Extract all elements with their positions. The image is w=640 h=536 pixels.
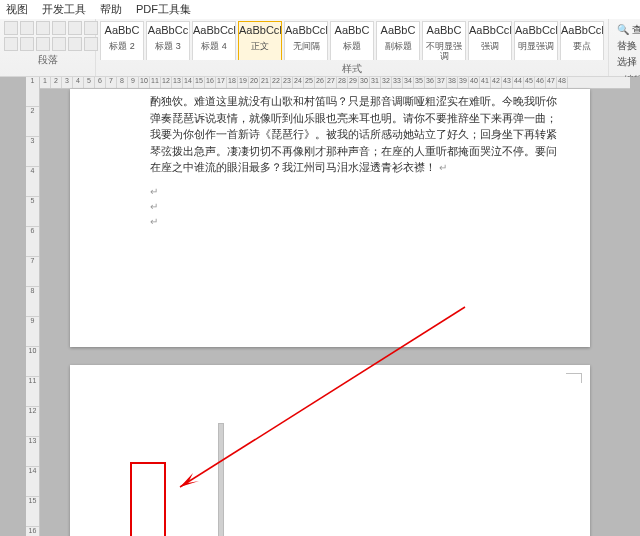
style-preview: AaBbCcD (515, 24, 557, 42)
style-name: 无间隔 (285, 42, 327, 52)
style-preview: AaBbCcD (469, 24, 511, 42)
paragraph-mark-icon: ↵ (150, 184, 560, 199)
style-name: 标题 2 (101, 42, 143, 52)
document-canvas: 12345678910111213141516 1234567891011121… (0, 77, 640, 536)
style-swatch[interactable]: AaBbC标题 2 (100, 21, 144, 60)
style-name: 强调 (469, 42, 511, 52)
style-swatch[interactable]: AaBbC副标题 (376, 21, 420, 60)
paragraph-label: 段落 (4, 51, 91, 67)
para-icon[interactable] (52, 21, 66, 35)
margin-corner-icon (566, 373, 582, 383)
ribbon-tabs: 视图 开发工具 帮助 PDF工具集 (0, 0, 640, 19)
style-name: 明显强调 (515, 42, 557, 52)
paragraph-mark-icon: ↵ (439, 162, 447, 173)
horizontal-ruler[interactable]: 1234567891011121314151617181920212223242… (40, 77, 630, 89)
style-name: 标题 4 (193, 42, 235, 52)
style-swatch[interactable]: AaBbCcD强调 (468, 21, 512, 60)
para-icon[interactable] (20, 37, 34, 51)
style-name: 标题 3 (147, 42, 189, 52)
style-swatch[interactable]: AaBbCcD标题 4 (192, 21, 236, 60)
style-name: 正文 (239, 42, 281, 52)
replace-button[interactable]: 替换 (617, 39, 640, 53)
styles-gallery: AaBbC标题 2AaBbCc标题 3AaBbCcD标题 4AaBbCcD正文A… (100, 21, 604, 60)
edit-group: 🔍 查找 替换 选择 编辑 (609, 19, 640, 76)
style-name: 不明显强调 (423, 42, 465, 60)
para-icon[interactable] (68, 37, 82, 51)
style-swatch[interactable]: AaBbCcD明显强调 (514, 21, 558, 60)
style-preview: AaBbC (101, 24, 143, 42)
tab-dev[interactable]: 开发工具 (42, 2, 86, 17)
style-preview: AaBbCcD (561, 24, 603, 42)
tab-view[interactable]: 视图 (6, 2, 28, 17)
style-preview: AaBbCcD (239, 24, 281, 42)
vertical-ruler[interactable]: 12345678910111213141516 (26, 77, 40, 536)
para-icon[interactable] (52, 37, 66, 51)
style-name: 要点 (561, 42, 603, 52)
style-swatch[interactable]: AaBbC不明显强调 (422, 21, 466, 60)
style-preview: AaBbC (377, 24, 419, 42)
style-swatch[interactable]: AaBbCcD正文 (238, 21, 282, 60)
style-name: 副标题 (377, 42, 419, 52)
para-icon[interactable] (36, 37, 50, 51)
style-preview: AaBbC (331, 24, 373, 42)
page-1[interactable]: 酌独饮。难道这里就没有山歌和村笛吗？只是那音调嘶哑粗涩实在难听。今晚我听你弹奏琵… (70, 89, 590, 347)
select-button[interactable]: 选择 (617, 55, 640, 69)
para-icon[interactable] (20, 21, 34, 35)
body-text: 酌独饮。难道这里就没有山歌和村笛吗？只是那音调嘶哑粗涩实在难听。今晚我听你弹奏琵… (150, 93, 560, 176)
paragraph-mark-icon: ↵ (150, 199, 560, 214)
para-icon[interactable] (4, 21, 18, 35)
tab-pdf[interactable]: PDF工具集 (136, 2, 191, 17)
ribbon: 段落 AaBbC标题 2AaBbCc标题 3AaBbCcD标题 4AaBbCcD… (0, 19, 640, 77)
para-icon[interactable] (4, 37, 18, 51)
para-icon[interactable] (36, 21, 50, 35)
style-preview: AaBbCcD (193, 24, 235, 42)
para-icon[interactable] (68, 21, 82, 35)
style-swatch[interactable]: AaBbCcD无间隔 (284, 21, 328, 60)
table-column-marker[interactable] (218, 423, 224, 536)
style-swatch[interactable]: AaBbCcD要点 (560, 21, 604, 60)
styles-label: 样式 (100, 60, 604, 76)
style-preview: AaBbCcD (285, 24, 327, 42)
style-name: 标题 (331, 42, 373, 52)
find-button[interactable]: 🔍 查找 (617, 23, 640, 37)
paragraph-group: 段落 (0, 19, 96, 76)
paragraph-mark-icon: ↵ (150, 214, 560, 229)
styles-group: AaBbC标题 2AaBbCc标题 3AaBbCcD标题 4AaBbCcD正文A… (96, 19, 609, 76)
style-preview: AaBbCc (147, 24, 189, 42)
style-swatch[interactable]: AaBbCc标题 3 (146, 21, 190, 60)
style-swatch[interactable]: AaBbC标题 (330, 21, 374, 60)
annotation-highlight-box (130, 462, 166, 536)
tab-help[interactable]: 帮助 (100, 2, 122, 17)
style-preview: AaBbC (423, 24, 465, 42)
